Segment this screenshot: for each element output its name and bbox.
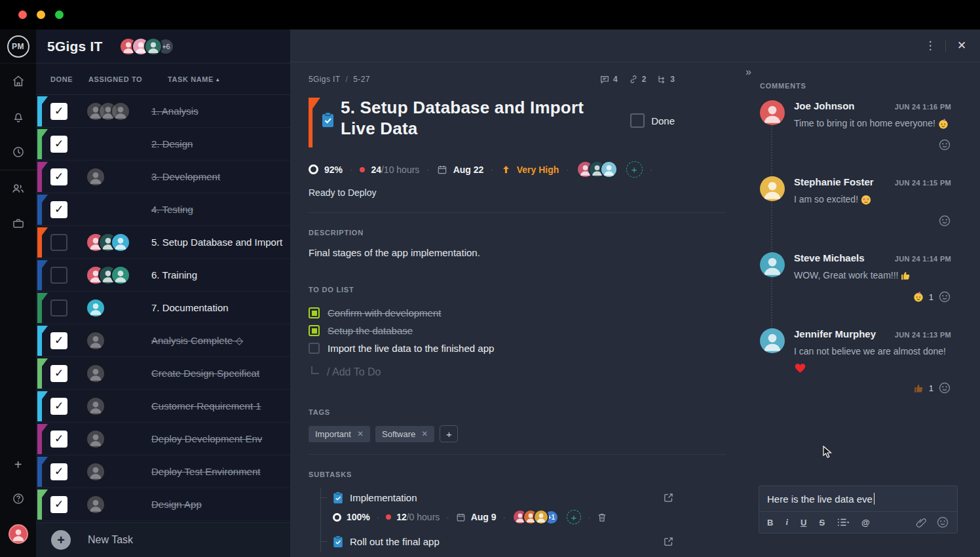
close-traffic-light[interactable] [18, 10, 27, 19]
task-done-checkbox[interactable]: ✓ [50, 463, 67, 480]
comment-input[interactable]: Here is the live data eve BiUS@ [759, 486, 958, 533]
priority-label[interactable]: Very High [517, 164, 559, 175]
task-done-checkbox[interactable] [50, 267, 67, 284]
links-count[interactable]: 2 [628, 74, 647, 85]
add-assignee-icon[interactable]: + [567, 510, 581, 524]
task-row[interactable]: 7. Documentation [36, 292, 290, 324]
task-title[interactable]: 5. Setup Database and Import Live Data [341, 98, 622, 139]
task-row[interactable]: ✓Analysis Complete ◇ [36, 324, 290, 357]
minimize-traffic-light[interactable] [37, 10, 45, 19]
column-done[interactable]: DONE [50, 75, 85, 83]
column-assigned-to[interactable]: ASSIGNED TO [88, 75, 168, 83]
task-row[interactable]: ✓4. Testing [36, 193, 290, 226]
task-name[interactable]: 1. Analysis [151, 106, 290, 117]
task-row[interactable]: ✓Deploy Development Env [36, 423, 290, 455]
user-avatar[interactable] [0, 516, 36, 552]
subtask-item[interactable]: Roll out the final app [321, 531, 674, 552]
subtask-title[interactable]: Implementation [350, 492, 417, 503]
home-icon[interactable] [0, 64, 36, 99]
comment-author[interactable]: Stephanie Foster [794, 176, 874, 187]
tag-chip[interactable]: Important✕ [309, 426, 370, 442]
todo-checkbox[interactable] [309, 343, 320, 354]
todo-item[interactable]: Import the live data to the finished app [309, 339, 675, 357]
todo-item[interactable]: Confirm with development [309, 304, 675, 322]
progress-value[interactable]: 92% [324, 164, 343, 175]
task-row[interactable]: ✓Customer Requirement 1 [36, 390, 290, 423]
history-icon[interactable] [0, 134, 36, 170]
task-name[interactable]: 3. Development [151, 171, 290, 182]
task-done-checkbox[interactable] [50, 299, 67, 317]
task-name[interactable]: Deploy Development Env [151, 433, 290, 444]
task-name[interactable]: 2. Design [151, 138, 290, 149]
format-i-button[interactable]: i [785, 517, 788, 528]
task-row[interactable]: ✓1. Analysis [36, 95, 290, 128]
task-row[interactable]: ✓Create Design Specificat [36, 357, 290, 390]
tag-chip[interactable]: Software✕ [375, 426, 434, 442]
emoji-icon[interactable] [936, 516, 949, 529]
task-row[interactable]: 5. Setup Database and Import [36, 226, 290, 259]
assignee-avatars[interactable] [576, 161, 618, 178]
thumbs-up-dark-reaction[interactable] [913, 383, 924, 394]
done-checkbox[interactable]: Done [630, 113, 675, 128]
task-done-checkbox[interactable]: ✓ [50, 365, 67, 382]
comment-input-value[interactable]: Here is the live data eve [767, 493, 873, 505]
notifications-icon[interactable] [0, 99, 36, 134]
add-icon[interactable]: + [0, 448, 36, 481]
party-face-reaction[interactable] [913, 291, 924, 303]
close-icon[interactable]: ✕ [952, 39, 971, 52]
paperclip-icon[interactable] [916, 517, 927, 528]
format-u-button[interactable]: U [801, 518, 806, 528]
todo-checkbox[interactable] [309, 325, 320, 336]
task-done-checkbox[interactable]: ✓ [50, 103, 67, 120]
subtask-avatars[interactable]: +1 [512, 509, 559, 525]
task-name[interactable]: Customer Requirement 1 [151, 400, 290, 412]
due-date[interactable]: Aug 22 [453, 164, 484, 175]
workflow-status[interactable]: Ready to Deploy [309, 187, 675, 198]
task-row[interactable]: ✓2. Design [36, 128, 290, 161]
task-name[interactable]: 6. Training [151, 269, 290, 280]
delete-subtask-icon[interactable] [597, 512, 607, 523]
comment-author[interactable]: Joe Johnson [794, 100, 855, 111]
add-reaction-icon[interactable] [938, 290, 951, 303]
task-done-checkbox[interactable]: ✓ [50, 398, 67, 415]
more-options-icon[interactable]: ⋮ [922, 39, 939, 52]
subtasks-count[interactable]: 3 [656, 74, 675, 85]
new-task-button[interactable]: + New Task [36, 522, 290, 557]
task-name[interactable]: 4. Testing [151, 204, 290, 215]
task-done-checkbox[interactable]: ✓ [50, 332, 67, 349]
remove-tag-icon[interactable]: ✕ [421, 429, 428, 438]
todo-item[interactable]: Setup the database [309, 322, 675, 339]
comment-author[interactable]: Steve Michaels [794, 252, 865, 263]
open-subtask-icon[interactable] [663, 492, 674, 503]
format-@-button[interactable]: @ [861, 518, 870, 528]
comments-count[interactable]: 4 [599, 74, 618, 85]
help-icon[interactable] [0, 481, 36, 516]
task-done-checkbox[interactable]: ✓ [50, 496, 67, 513]
task-row[interactable]: ✓Deploy Test Environment [36, 455, 290, 488]
add-todo-input[interactable]: / Add To Do [309, 366, 675, 378]
app-logo[interactable]: PM [0, 29, 36, 64]
list-icon[interactable] [837, 518, 849, 527]
remove-tag-icon[interactable]: ✕ [357, 429, 364, 438]
task-row[interactable]: ✓3. Development [36, 161, 290, 193]
task-name[interactable]: 7. Documentation [151, 302, 290, 313]
task-row[interactable]: ✓Design App [36, 488, 290, 521]
format-s-button[interactable]: S [819, 518, 825, 528]
column-task-name[interactable]: TASK NAME▴ [168, 75, 219, 83]
open-subtask-icon[interactable] [663, 536, 674, 547]
subtask-item[interactable]: Implementation 100%· 12/0 hours· Aug 9·+… [321, 488, 674, 531]
hours-logged[interactable]: 24 [371, 164, 381, 175]
add-assignee-icon[interactable]: + [626, 161, 643, 178]
description-text[interactable]: Final stages of the app implementation. [309, 247, 675, 258]
task-done-checkbox[interactable]: ✓ [50, 168, 67, 185]
format-b-button[interactable]: B [767, 518, 773, 528]
task-name[interactable]: 5. Setup Database and Import [151, 237, 290, 248]
subtask-title[interactable]: Roll out the final app [350, 536, 440, 547]
task-done-checkbox[interactable] [50, 234, 67, 251]
task-row[interactable]: 6. Training [36, 259, 290, 292]
task-done-checkbox[interactable]: ✓ [50, 201, 67, 218]
done-checkbox-box[interactable] [630, 113, 645, 128]
todo-checkbox[interactable] [309, 307, 320, 318]
task-name[interactable]: Deploy Test Environment [151, 466, 290, 477]
breadcrumb[interactable]: 5Gigs IT/5-27 [309, 75, 370, 84]
